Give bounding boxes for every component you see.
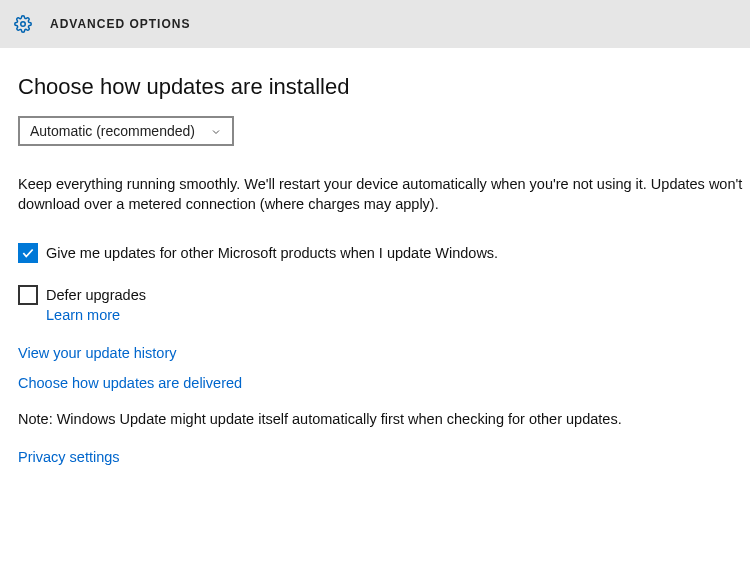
view-update-history-link[interactable]: View your update history xyxy=(18,345,177,361)
gear-icon xyxy=(14,15,32,33)
content-area: Choose how updates are installed Automat… xyxy=(0,48,750,465)
update-mode-dropdown[interactable]: Automatic (recommended) xyxy=(18,116,234,146)
checkbox-other-products[interactable] xyxy=(18,243,38,263)
checkbox-other-products-label: Give me updates for other Microsoft prod… xyxy=(46,243,498,263)
note-text: Note: Windows Update might update itself… xyxy=(18,411,750,427)
checkbox-defer-label: Defer upgrades xyxy=(46,285,146,305)
header-title: ADVANCED OPTIONS xyxy=(50,17,190,31)
chevron-down-icon xyxy=(210,125,222,137)
description-text: Keep everything running smoothly. We'll … xyxy=(18,174,750,215)
dropdown-selected-label: Automatic (recommended) xyxy=(30,123,195,139)
description-line1: Keep everything running smoothly. We'll … xyxy=(18,176,742,192)
learn-more-link[interactable]: Learn more xyxy=(46,307,146,323)
description-line2: download over a metered connection (wher… xyxy=(18,196,439,212)
privacy-settings-link[interactable]: Privacy settings xyxy=(18,449,120,465)
header-bar: ADVANCED OPTIONS xyxy=(0,0,750,48)
choose-delivery-link[interactable]: Choose how updates are delivered xyxy=(18,375,242,391)
checkbox-row-defer: Defer upgrades Learn more xyxy=(18,285,750,323)
svg-point-0 xyxy=(21,21,26,26)
page-title: Choose how updates are installed xyxy=(18,74,750,100)
checkbox-row-other-products: Give me updates for other Microsoft prod… xyxy=(18,243,750,263)
checkbox-defer-upgrades[interactable] xyxy=(18,285,38,305)
